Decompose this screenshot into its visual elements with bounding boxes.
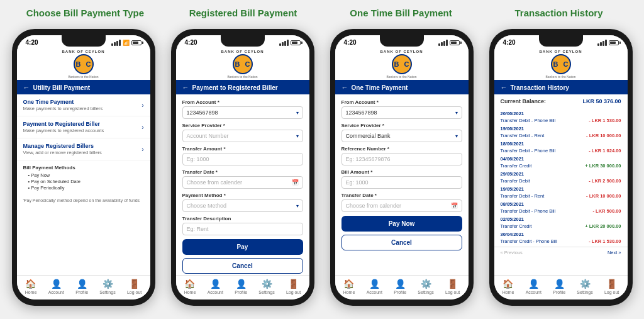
signal-4: [597, 40, 607, 46]
next-button[interactable]: Next »: [608, 250, 621, 255]
tx-desc-0: Transfer Debit - Phone Bill: [501, 118, 556, 123]
from-account-input-2[interactable]: 1234567898 ▾: [182, 106, 303, 119]
home-icon-3: 🏠: [343, 279, 354, 289]
nav-account-2[interactable]: 👤 Account: [208, 279, 223, 294]
logout-label-2: Log out: [286, 290, 301, 294]
reference-number-input-3[interactable]: Eg: 12345679876: [341, 153, 462, 165]
home-icon-2: 🏠: [184, 279, 195, 289]
transfer-amount-label-2: Transfer Amount *: [182, 146, 303, 152]
nav-home-2[interactable]: 🏠 Home: [184, 279, 196, 294]
phone-2: 4:20 BANK OF: [163, 29, 322, 306]
nav-profile-3[interactable]: 👤 Profile: [394, 279, 406, 294]
nav-settings-2[interactable]: ⚙️ Settings: [258, 279, 274, 294]
nav-logout-2[interactable]: 🚪 Log out: [286, 279, 301, 294]
account-label-2: Account: [208, 290, 223, 294]
cancel-button-2[interactable]: Cancel: [182, 258, 303, 274]
tx-date-5: 19/05/2021: [501, 186, 621, 192]
time-3: 4:20: [344, 39, 357, 46]
bill-amount-input-3[interactable]: Eg: 1000: [341, 176, 462, 189]
menu-arrow-2: ›: [142, 124, 143, 131]
nav-logout-3[interactable]: 🚪 Log out: [445, 279, 460, 294]
back-arrow-2[interactable]: ←: [182, 84, 189, 91]
logo-1: BANK OF CEYLON B ◎ C Bankers to the Nati…: [17, 47, 150, 80]
section-title-2: Registered Bill Payment: [164, 5, 322, 26]
payment-method-input-2[interactable]: Choose Method ▾: [182, 199, 303, 212]
settings-label-3: Settings: [418, 290, 433, 294]
home-label-4: Home: [502, 290, 514, 294]
account-icon-2: 👤: [210, 279, 221, 289]
profile-label-4: Profile: [553, 290, 565, 294]
back-arrow-4[interactable]: ←: [501, 84, 508, 91]
nav-home-3[interactable]: 🏠 Home: [343, 279, 355, 294]
menu-title-1: One Time Payment: [23, 99, 103, 105]
transfer-date-placeholder-2: Choose from calender: [187, 179, 243, 186]
settings-icon-4: ⚙️: [580, 279, 591, 289]
back-arrow-3[interactable]: ←: [341, 84, 348, 91]
menu-desc-2: Make payments to registered accounts: [23, 128, 104, 133]
nav-logout-4[interactable]: 🚪 Log out: [604, 279, 619, 294]
payment-method-placeholder-2: Choose Method: [187, 203, 227, 209]
tx-desc-4: Transfer Debit: [501, 178, 530, 184]
menu-desc-1: Make payments to unregistered billers: [23, 106, 103, 111]
form-3: From Account * 1234567898 ▾ Service Prov…: [335, 94, 469, 255]
nav-account-1[interactable]: 👤 Account: [48, 279, 64, 294]
from-account-input-3[interactable]: 1234567898 ▾: [341, 106, 462, 119]
next-chevron: »: [618, 250, 621, 255]
nav-account-4[interactable]: 👤 Account: [526, 279, 541, 294]
transfer-amount-placeholder-2: Eg: 1000: [187, 156, 209, 162]
nav-settings-1[interactable]: ⚙️ Settings: [99, 279, 115, 294]
tx-date-1: 19/06/2021: [501, 126, 621, 132]
description-placeholder-2: Eg: Rent: [187, 226, 209, 232]
service-provider-label-3: Service Provider *: [341, 123, 462, 128]
tx-desc-2: Transfer Debit - Phone Bill: [501, 148, 556, 154]
nav-home-4[interactable]: 🏠 Home: [502, 279, 514, 294]
service-provider-input-3[interactable]: Commercial Bank ▾: [341, 130, 462, 142]
transfer-date-input-2[interactable]: Choose from calender 📅: [182, 176, 303, 189]
nav-profile-1[interactable]: 👤 Profile: [75, 279, 88, 294]
nav-account-3[interactable]: 👤 Account: [367, 279, 382, 294]
tx-desc-8: Transfer Credit - Phone Bill: [501, 238, 557, 244]
nav-settings-3[interactable]: ⚙️ Settings: [418, 279, 433, 294]
section-title-1: Choose Bill Payment Type: [6, 5, 164, 26]
settings-icon-1: ⚙️: [103, 279, 113, 289]
nav-logout-1[interactable]: 🚪 Log out: [127, 279, 142, 294]
tx-row-3: Transfer Credit+ LKR 30 000.00: [501, 163, 621, 169]
nav-title-1: Utility Bill Payment: [33, 84, 91, 91]
pay-button-2[interactable]: Pay: [182, 239, 303, 255]
nav-profile-4[interactable]: 👤 Profile: [553, 279, 565, 294]
service-provider-input-2[interactable]: Account Number ▾: [182, 130, 303, 142]
bill-amount-placeholder-3: Eg: 1000: [346, 179, 369, 186]
settings-label-2: Settings: [258, 290, 274, 294]
profile-icon-4: 👤: [554, 279, 565, 289]
nav-home-1[interactable]: 🏠 Home: [25, 279, 37, 294]
transfer-date-placeholder-3: Choose from calender: [346, 203, 402, 209]
home-icon-4: 🏠: [502, 279, 513, 289]
dropdown-arrow-account-3: ▾: [455, 110, 458, 116]
menu-item-one-time[interactable]: One Time Payment Make payments to unregi…: [17, 94, 150, 116]
logout-label-3: Log out: [445, 290, 460, 294]
menu-item-manage[interactable]: Manage Registered Billers View, add or r…: [17, 138, 150, 160]
battery-2: [291, 40, 301, 45]
service-provider-value-3: Commercial Bank: [346, 133, 391, 139]
transfer-amount-input-2[interactable]: Eg: 1000: [182, 153, 303, 165]
dropdown-arrow-pm-2: ▾: [296, 203, 299, 209]
logout-icon-3: 🚪: [447, 279, 458, 289]
menu-item-registered[interactable]: Payment to Registered Biller Make paymen…: [17, 116, 150, 138]
tx-desc-5: Transfer Debit - Rent: [501, 193, 545, 199]
tx-desc-3: Transfer Credit: [501, 163, 532, 169]
nav-profile-2[interactable]: 👤 Profile: [235, 279, 247, 294]
pay-now-button-3[interactable]: Pay Now: [341, 216, 462, 232]
nav-settings-4[interactable]: ⚙️ Settings: [577, 279, 592, 294]
prev-button[interactable]: « Previous: [501, 250, 523, 255]
description-input-2[interactable]: Eg: Rent: [182, 223, 303, 235]
cancel-button-3[interactable]: Cancel: [341, 235, 462, 250]
boc-logo-circle-3: B ◎ C: [392, 54, 412, 74]
balance-label: Current Balance:: [501, 98, 547, 104]
transfer-date-input-3[interactable]: Choose from calender 📅: [341, 199, 462, 212]
tx-row-2: Transfer Debit - Phone Bill- LKR 1 624.0…: [501, 148, 621, 154]
profile-icon-3: 👤: [395, 279, 406, 289]
pagination-row: « Previous Next »: [494, 247, 628, 258]
back-arrow-1[interactable]: ←: [23, 84, 30, 91]
calendar-icon-3: 📅: [451, 203, 458, 209]
battery-1: [131, 40, 142, 45]
